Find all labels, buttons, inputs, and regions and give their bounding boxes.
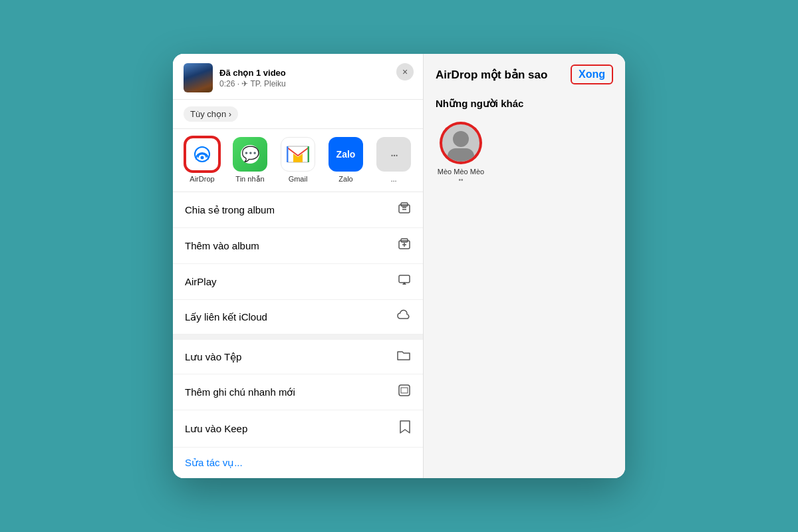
modal-container: Đã chọn 1 video 0:26 · ✈ 0:26 · TP. Plei… (173, 54, 625, 478)
action-list: Chia sẻ trong album Thêm vào album (173, 192, 423, 478)
action-quick-note[interactable]: Thêm ghi chú nhanh mới (173, 374, 423, 410)
person-name-meomeo: Mèo Mèo Mèo (438, 167, 484, 176)
share-header: Đã chọn 1 video 0:26 · ✈ 0:26 · TP. Plei… (173, 54, 423, 100)
note-icon (398, 384, 411, 400)
action-airplay[interactable]: AirPlay (173, 264, 423, 300)
messages-icon-bg: 💬 (233, 137, 267, 172)
svg-rect-13 (401, 388, 408, 393)
airdrop-icon-bg (185, 137, 219, 172)
action-share-album[interactable]: Chia sẻ trong album (173, 192, 423, 228)
location-text: TP. Pleiku (251, 79, 286, 88)
duration: 0:26 (219, 79, 235, 88)
video-subtitle: 0:26 · ✈ 0:26 · TP. Pleiku TP. Pleiku (219, 79, 412, 88)
zalo-icon-bg: Zalo (329, 137, 363, 172)
app-item-gmail[interactable]: Gmail (274, 137, 322, 184)
others-section-title: Những người khác (424, 92, 625, 118)
messages-bubble: 💬 (241, 145, 259, 164)
airplay-label: AirPlay (185, 276, 217, 287)
person-avatar-meomeo (441, 123, 481, 163)
add-album-icon (398, 237, 411, 254)
video-title: Đã chọn 1 video (219, 68, 412, 78)
person-item-meomeo[interactable]: Mèo Mèo Mèo •• (432, 118, 490, 189)
options-button[interactable]: Tùy chọn (184, 106, 238, 122)
folder-icon (396, 349, 411, 364)
close-button[interactable]: × (396, 63, 414, 80)
avatar-body (448, 148, 474, 162)
gmail-svg (287, 146, 309, 163)
avatar-inner (442, 124, 479, 162)
action-icloud-link[interactable]: Lấy liên kết iCloud (173, 300, 423, 334)
icloud-link-label: Lấy liên kết iCloud (185, 311, 267, 323)
icloud-icon (396, 309, 411, 325)
add-album-label: Thêm vào album (185, 240, 259, 251)
quick-note-label: Thêm ghi chú nhanh mới (185, 386, 295, 398)
app-item-messages[interactable]: 💬 Tin nhắn (226, 137, 274, 184)
apps-row: AirDrop 💬 Tin nhắn (173, 129, 423, 192)
app-item-zalo[interactable]: Zalo Zalo (322, 137, 370, 184)
action-save-files[interactable]: Lưu vào Tệp (173, 340, 423, 374)
svg-rect-11 (399, 275, 410, 283)
svg-rect-12 (399, 385, 410, 396)
airdrop-label: AirDrop (190, 175, 214, 183)
gmail-label: Gmail (289, 175, 308, 183)
app-item-airdrop[interactable]: AirDrop (178, 137, 226, 184)
more-label: ... (390, 175, 396, 183)
gmail-icon-bg (281, 137, 315, 172)
avatar-head (453, 131, 469, 147)
messages-label: Tin nhắn (235, 175, 264, 184)
airdrop-header: AirDrop một bản sao Xong (424, 54, 625, 92)
share-album-icon (398, 201, 411, 218)
more-icon-bg: ··· (376, 137, 411, 172)
left-panel: Đã chọn 1 video 0:26 · ✈ 0:26 · TP. Plei… (173, 54, 424, 478)
options-row: Tùy chọn (173, 100, 423, 129)
more-dots-icon: ··· (390, 147, 398, 162)
right-panel: AirDrop một bản sao Xong Những người khá… (424, 54, 625, 478)
person-dots-meomeo: •• (458, 176, 463, 184)
zalo-text: Zalo (336, 149, 356, 160)
done-button[interactable]: Xong (571, 65, 613, 84)
svg-point-1 (201, 156, 204, 160)
bookmark-icon (399, 420, 411, 438)
save-keep-label: Lưu vào Keep (185, 423, 247, 435)
video-thumbnail (184, 63, 213, 92)
app-item-more[interactable]: ··· ... (370, 137, 418, 184)
video-info: Đã chọn 1 video 0:26 · ✈ 0:26 · TP. Plei… (219, 68, 412, 88)
airdrop-svg (192, 144, 213, 165)
edit-tasks-link[interactable]: Sửa tác vụ... (173, 448, 423, 478)
action-add-album[interactable]: Thêm vào album (173, 228, 423, 264)
action-save-keep[interactable]: Lưu vào Keep (173, 410, 423, 448)
edit-tasks-anchor[interactable]: Sửa tác vụ... (185, 457, 243, 468)
zalo-label: Zalo (338, 175, 352, 183)
share-album-label: Chia sẻ trong album (185, 204, 275, 216)
save-files-label: Lưu vào Tệp (185, 351, 241, 363)
list-divider (173, 334, 423, 340)
airdrop-title: AirDrop một bản sao (436, 68, 547, 82)
messages-symbol: 💬 (241, 146, 259, 163)
airplay-icon (398, 273, 411, 290)
people-grid: Mèo Mèo Mèo •• (424, 118, 625, 189)
